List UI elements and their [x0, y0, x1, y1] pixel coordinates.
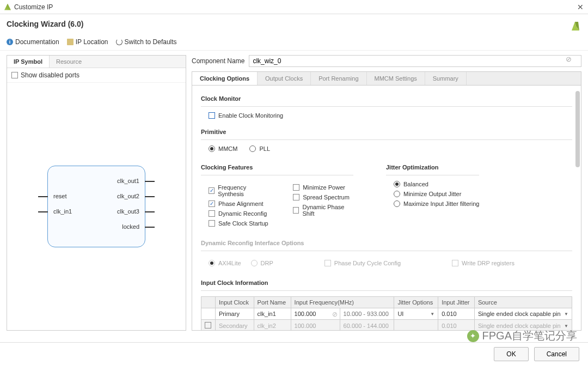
tab-clocking-options[interactable]: Clocking Options	[192, 72, 258, 85]
write-drp-checkbox	[452, 260, 458, 266]
dialog-footer: OK Cancel	[0, 342, 588, 365]
toolbar: iDocumentation IP Location Switch to Def…	[0, 36, 588, 51]
component-name-input[interactable]	[249, 55, 581, 67]
secondary-enable-checkbox[interactable]	[205, 322, 211, 328]
jitter-min-output-radio[interactable]	[394, 191, 400, 197]
port-locked: locked	[122, 223, 139, 230]
primitive-pll-radio[interactable]	[249, 145, 256, 152]
ip-symbol-panel: IP Symbol Resource Show disabled ports r…	[7, 55, 186, 331]
port-reset: reset	[53, 193, 66, 199]
jitter-max-input-radio[interactable]	[394, 200, 400, 207]
scrollbar[interactable]	[575, 91, 580, 167]
phase-duty-checkbox	[324, 260, 331, 266]
title-bar: Customize IP ✕	[0, 0, 588, 14]
enable-clock-monitoring-checkbox[interactable]	[209, 112, 215, 119]
primitive-mmcm-radio[interactable]	[209, 145, 215, 152]
section-input-clock-info: Input Clock Information	[201, 279, 572, 286]
config-panel: Component Name ⊘ Clocking Options Output…	[192, 55, 581, 331]
jitter-options-select[interactable]: UI▼	[397, 311, 434, 317]
minimize-power-checkbox[interactable]	[293, 184, 299, 191]
switch-defaults-link[interactable]: Switch to Defaults	[116, 38, 177, 46]
port-clk-in1: clk_in1	[53, 208, 72, 215]
app-icon	[4, 4, 11, 10]
source-select[interactable]: Single ended clock capable pin▼	[478, 311, 568, 317]
clear-icon[interactable]: ⊘	[566, 55, 572, 63]
ip-location-link[interactable]: IP Location	[67, 38, 108, 46]
page-title: Clocking Wizard (6.0)	[7, 20, 83, 28]
table-row[interactable]: Primary clk_in1 100.000⊘ 10.000 - 933.00…	[201, 308, 572, 320]
component-name-label: Component Name	[192, 57, 244, 65]
tab-summary[interactable]: Summary	[425, 72, 467, 85]
left-tabs: IP Symbol Resource	[7, 56, 186, 68]
show-disabled-ports-checkbox[interactable]	[11, 72, 18, 78]
cancel-button[interactable]: Cancel	[534, 347, 579, 361]
tab-ip-symbol[interactable]: IP Symbol	[7, 56, 50, 68]
options-scroll[interactable]: Clock Monitor Enable Clock Monitoring Pr…	[192, 86, 581, 331]
chevron-down-icon: ▼	[430, 312, 434, 317]
header: Clocking Wizard (6.0)	[0, 14, 588, 36]
tab-output-clocks[interactable]: Output Clocks	[258, 72, 311, 85]
port-clk-out3: clk_out3	[117, 208, 139, 215]
clear-icon[interactable]: ⊘	[332, 311, 338, 318]
axi4lite-radio	[209, 260, 215, 266]
info-icon: i	[7, 39, 13, 45]
section-clock-monitor: Clock Monitor	[201, 95, 572, 102]
chevron-down-icon: ▼	[564, 312, 568, 317]
tab-mmcm-settings[interactable]: MMCM Settings	[367, 72, 425, 85]
port-clk-out2: clk_out2	[117, 193, 139, 199]
section-dyn-reconfig-if: Dynamic Reconfig Interface Options	[201, 240, 572, 246]
ok-button[interactable]: OK	[494, 347, 528, 361]
input-clock-table: Input Clock Port Name Input Frequency(MH…	[201, 296, 572, 331]
tab-port-renaming[interactable]: Port Renaming	[311, 72, 366, 85]
symbol-canvas: reset clk_in1 clk_out1 clk_out2 clk_out3…	[7, 83, 186, 330]
section-primitive: Primitive	[201, 129, 572, 135]
section-clocking-features: Clocking Features	[201, 164, 353, 171]
section-jitter-opt: Jitter Optimization	[386, 164, 479, 171]
chevron-down-icon: ▼	[564, 324, 568, 328]
tab-resource[interactable]: Resource	[50, 56, 88, 68]
dynamic-reconfig-checkbox[interactable]	[209, 210, 215, 217]
show-disabled-ports-label: Show disabled ports	[21, 71, 79, 79]
window-title: Customize IP	[14, 3, 53, 11]
safe-clock-startup-checkbox[interactable]	[209, 220, 215, 227]
folder-icon	[67, 39, 74, 45]
dynamic-phase-shift-checkbox[interactable]	[293, 207, 299, 214]
vendor-logo-icon	[568, 20, 581, 33]
phase-alignment-checkbox[interactable]	[209, 200, 215, 207]
ip-block: reset clk_in1 clk_out1 clk_out2 clk_out3…	[47, 166, 145, 247]
table-row: Secondary clk_in2 100.000 60.000 - 144.0…	[201, 320, 572, 331]
reload-icon	[116, 39, 122, 45]
spread-spectrum-checkbox[interactable]	[293, 194, 299, 200]
documentation-link[interactable]: iDocumentation	[7, 38, 59, 46]
port-clk-out1: clk_out1	[117, 178, 139, 184]
config-tabs: Clocking Options Output Clocks Port Rena…	[192, 71, 581, 86]
freq-synthesis-checkbox[interactable]	[209, 187, 215, 194]
drp-radio	[251, 260, 258, 266]
close-icon[interactable]: ✕	[577, 3, 584, 11]
jitter-balanced-radio[interactable]	[394, 181, 400, 187]
